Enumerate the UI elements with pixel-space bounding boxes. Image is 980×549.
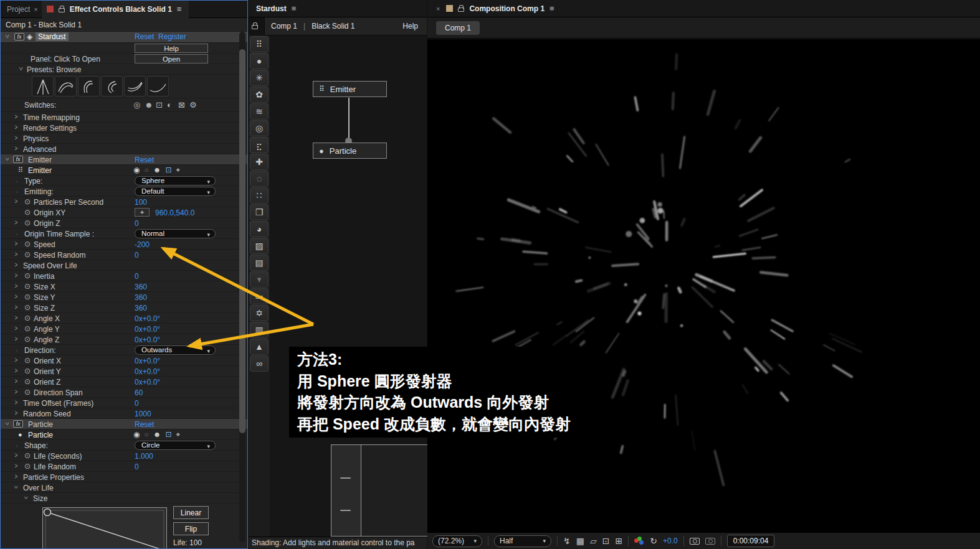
property-value[interactable]: 100 (135, 198, 147, 207)
row-speed-over-life[interactable]: >Speed Over Life (1, 260, 247, 271)
switch-bounds-icon[interactable]: ⊡ (156, 100, 163, 110)
toggle-target-icon[interactable]: ⌖ (176, 166, 180, 174)
stopwatch-icon[interactable]: ⊙ (24, 462, 31, 471)
row-life-random[interactable]: >⊙Life Random0 (1, 461, 247, 472)
sphere-icon[interactable]: ◕ (250, 221, 269, 237)
curve-editor[interactable] (42, 507, 167, 549)
particle-node-icon[interactable]: ● (250, 53, 269, 69)
switch-robot-icon[interactable]: ☻ (145, 100, 153, 110)
row-angle-y[interactable]: >⊙Angle Y0x+0.0° (1, 324, 247, 334)
row-size-x[interactable]: >⊙Size X360 (1, 281, 247, 292)
current-time-field[interactable]: 0:00:09:04 (727, 535, 775, 547)
comp1-tab-button[interactable]: Comp 1 (436, 21, 480, 35)
property-value[interactable]: 0 (135, 399, 139, 408)
row-orient-x[interactable]: >⊙Orient X0x+0.0° (1, 355, 247, 366)
stopwatch-icon[interactable]: ⊙ (24, 218, 31, 227)
toggle-circle-icon[interactable]: ○ (144, 166, 148, 174)
model-3d-icon[interactable]: ❒ (250, 204, 269, 220)
fast-previews-icon[interactable]: ↯ (563, 536, 571, 546)
close-icon[interactable]: × (436, 5, 440, 12)
tab-stardust[interactable]: Stardust (256, 4, 287, 13)
property-value[interactable]: 0x+0.0° (135, 325, 160, 334)
row-speed[interactable]: >⊙Speed-200 (1, 239, 247, 250)
tab-composition[interactable]: Composition Comp 1 (469, 4, 545, 13)
expander-icon[interactable]: > (15, 462, 18, 469)
property-value[interactable]: 0 (135, 462, 139, 471)
row-size[interactable]: >Size (1, 493, 247, 504)
expander-icon[interactable]: > (22, 496, 29, 499)
burst-icon[interactable]: ✳ (250, 70, 269, 86)
row-render-settings[interactable]: >Render Settings (1, 123, 247, 133)
stardust-help-button[interactable]: Help (402, 22, 418, 30)
stopwatch-icon[interactable]: ⊙ (24, 293, 31, 301)
turbulence-icon[interactable]: ✿ (250, 87, 269, 103)
position-picker-button[interactable]: ⌖ (135, 208, 150, 217)
property-value[interactable]: 360 (135, 293, 147, 302)
stopwatch-icon[interactable]: ⊙ (24, 367, 31, 375)
register-link[interactable]: Register (158, 32, 186, 41)
row-direction[interactable]: ·Direction:Outwards▾ (1, 345, 247, 355)
tab-project[interactable]: Project (7, 5, 30, 14)
toggle-bounds-icon[interactable]: ⊡ (165, 430, 171, 439)
row-particles-per-second[interactable]: >⊙Particles Per Second100 (1, 197, 247, 207)
shape-dropdown[interactable]: Circle▾ (135, 441, 216, 450)
replicator-icon[interactable]: ∷ (250, 187, 269, 204)
reset-link[interactable]: Reset (135, 156, 154, 164)
expander-icon[interactable]: > (15, 124, 18, 131)
expander-icon[interactable]: > (4, 157, 11, 161)
effect-name[interactable]: Stardust (36, 32, 69, 41)
preset-thumbnail-3[interactable] (78, 76, 100, 96)
property-value[interactable]: 0x+0.0° (135, 378, 160, 387)
expander-icon[interactable]: > (15, 240, 18, 247)
stopwatch-icon[interactable]: ⊙ (24, 356, 31, 365)
row-origin-xy[interactable]: ⊙Origin XY⌖960.0,540.0 (1, 207, 247, 218)
switch-circle-icon[interactable]: ◎ (133, 100, 140, 110)
row-size-z[interactable]: >⊙Size Z360 (1, 303, 247, 313)
row-time-offset-frames[interactable]: >Time Offset (Frames)0 (1, 398, 247, 408)
expander-icon[interactable]: > (15, 251, 18, 258)
metaball-icon[interactable]: ∞ (250, 355, 269, 372)
row-particle[interactable]: >fxParticleReset (1, 419, 247, 429)
type-dropdown[interactable]: Sphere▾ (135, 176, 216, 185)
effect-stardust-header[interactable]: > fx ◈ Stardust Reset Register (1, 32, 247, 43)
row-orient-y[interactable]: >⊙Orient Y0x+0.0° (1, 366, 247, 377)
row-emitter[interactable]: >fxEmitterReset (1, 154, 247, 165)
expander-icon[interactable]: > (15, 293, 18, 300)
row-over-life[interactable]: >Over Life (1, 482, 247, 493)
open-button[interactable]: Open (135, 54, 208, 63)
chevron-down-icon[interactable]: > (17, 67, 24, 71)
emitting-dropdown[interactable]: Default▾ (135, 187, 216, 196)
expander-icon[interactable]: > (15, 410, 18, 416)
mask-icon[interactable]: ◌ (250, 171, 269, 187)
expander-icon[interactable]: > (15, 219, 18, 226)
star-icon[interactable]: ✡ (250, 305, 269, 321)
stopwatch-icon[interactable]: ⊙ (24, 271, 31, 280)
magnification-dropdown[interactable]: (72.2%)▾ (432, 535, 482, 547)
property-value[interactable]: -200 (135, 240, 150, 249)
close-icon[interactable]: × (34, 6, 37, 13)
properties-panel-icon[interactable]: ▤ (250, 255, 269, 271)
chevron-down-icon[interactable]: > (4, 35, 11, 39)
expander-icon[interactable]: > (15, 113, 18, 120)
toggle-target-icon[interactable]: ⌖ (176, 430, 180, 439)
resolution-dropdown[interactable]: Half▾ (494, 535, 551, 547)
reset-exposure-icon[interactable]: ↻ (650, 536, 657, 546)
preset-thumbnail-1[interactable] (32, 76, 54, 96)
property-value[interactable]: 0x+0.0° (135, 357, 160, 365)
property-value[interactable]: 0 (135, 251, 139, 260)
wave-icon[interactable]: ≋ (250, 103, 269, 120)
stopwatch-icon[interactable]: ⊙ (24, 250, 31, 259)
switch-pill-icon[interactable]: ◐ (167, 100, 172, 110)
linear-button[interactable]: Linear (173, 506, 209, 519)
stopwatch-icon[interactable]: ⊙ (24, 451, 31, 460)
expander-icon[interactable]: > (15, 283, 18, 289)
frame-icon[interactable]: ▭ (250, 288, 269, 304)
property-value[interactable]: 0x+0.0° (135, 336, 160, 344)
take-snapshot-icon[interactable] (690, 538, 700, 545)
property-value[interactable]: 0x+0.0° (135, 367, 160, 376)
row-emitter[interactable]: ⠿Emitter◉○☻⊡⌖ (1, 165, 247, 176)
lock-icon[interactable] (458, 7, 464, 12)
row-random-seed[interactable]: >Random Seed1000 (1, 408, 247, 419)
row-angle-x[interactable]: >⊙Angle X0x+0.0° (1, 313, 247, 324)
origin-time-sample-dropdown[interactable]: Normal▾ (135, 229, 216, 238)
